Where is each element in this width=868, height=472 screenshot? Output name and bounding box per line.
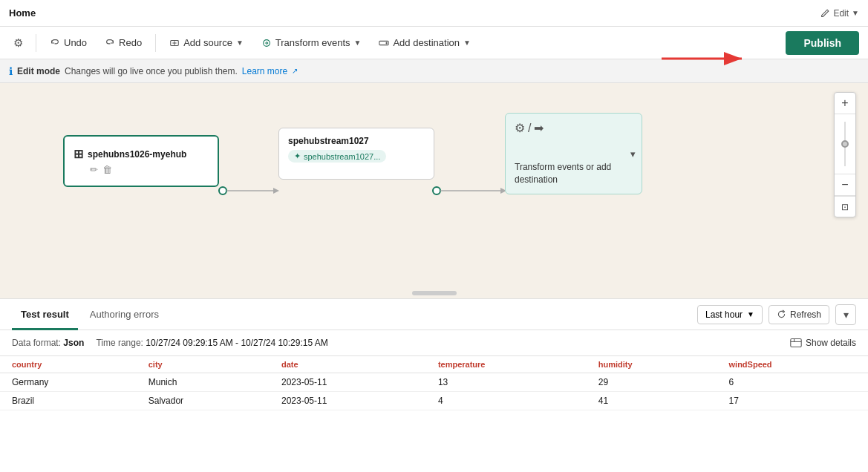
red-arrow-annotation: [654, 45, 758, 72]
data-table-container: country city date temperature humidity w…: [0, 355, 868, 410]
svg-point-9: [433, 187, 440, 194]
transform-chevron-icon: ▼: [354, 39, 362, 47]
zoom-out-button[interactable]: −: [835, 174, 855, 195]
data-info-left: Data format: Json Time range: 10/27/24 0…: [12, 338, 328, 348]
svg-point-6: [219, 187, 226, 194]
tab-authoring-errors[interactable]: Authoring errors: [81, 300, 168, 330]
source-node-name: spehubns1026-myehub: [88, 149, 186, 160]
destination-node[interactable]: ⚙ / ➡ Transform events or add destinatio…: [505, 113, 642, 194]
edit-mode-label: Edit mode: [17, 66, 60, 76]
table-cell: Munich: [137, 373, 270, 392]
tab-test-result[interactable]: Test result: [12, 300, 78, 330]
title-bar: Home Edit ▼: [0, 0, 868, 27]
toolbar-divider-1: [36, 34, 36, 52]
add-destination-button[interactable]: Add destination ▼: [371, 33, 478, 52]
table-cell: Brazil: [0, 392, 137, 410]
show-details-icon: [790, 338, 802, 348]
transform-events-button[interactable]: Transform events ▼: [254, 33, 369, 52]
source-node: ⊞ spehubns1026-myehub ✏ 🗑: [63, 135, 219, 187]
dest-node-text: Transform events or add destination: [515, 161, 633, 186]
add-destination-icon: [379, 38, 389, 48]
canvas: ⊞ spehubns1026-myehub ✏ 🗑 spehubstream10…: [0, 83, 868, 298]
edit-node-icon[interactable]: ✏: [90, 164, 98, 175]
data-format-value: Json: [63, 338, 84, 348]
show-details-button[interactable]: Show details: [790, 338, 856, 348]
col-windspeed: windSpeed: [717, 356, 868, 373]
col-temperature: temperature: [426, 356, 587, 373]
table-row: GermanyMunich2023-05-1113296: [0, 373, 868, 392]
col-city: city: [137, 356, 270, 373]
external-link-icon: ↗: [292, 67, 298, 75]
add-source-icon: [169, 38, 180, 48]
add-source-button[interactable]: Add source ▼: [162, 33, 251, 52]
settings-dest-icon: ⚙: [515, 121, 525, 135]
table-cell: 2023-05-11: [270, 373, 426, 392]
table-body: GermanyMunich2023-05-1113296BrazilSalvad…: [0, 373, 868, 410]
toolbar-divider-2: [155, 34, 156, 52]
stream-node: spehubstream1027 ✦ spehubstream1027...: [278, 128, 434, 180]
publish-button[interactable]: Publish: [786, 31, 859, 55]
source-node-header: ⊞ spehubns1026-myehub: [74, 147, 209, 161]
bottom-tabs-right: Last hour ▼ Refresh ▾: [697, 304, 856, 325]
table-cell: 6: [717, 373, 868, 392]
delete-node-icon[interactable]: 🗑: [102, 164, 112, 175]
refresh-icon: [777, 309, 786, 319]
page-title: Home: [9, 7, 36, 19]
refresh-button[interactable]: Refresh: [769, 305, 829, 324]
learn-more-link[interactable]: Learn more: [242, 66, 287, 76]
table-row: BrazilSalvador2023-05-1144117: [0, 392, 868, 410]
data-format-section: Data format: Json: [12, 338, 84, 348]
undo-button[interactable]: Undo: [42, 33, 94, 52]
data-info-row: Data format: Json Time range: 10/27/24 0…: [0, 330, 868, 355]
edit-label: Edit: [833, 8, 849, 19]
col-humidity: humidity: [587, 356, 717, 373]
title-bar-left: Home: [9, 7, 36, 19]
table-cell: 4: [426, 392, 587, 410]
stream-tag-icon: ✦: [294, 151, 301, 161]
source-node-actions: ✏ 🗑: [74, 164, 209, 175]
slash-separator: /: [528, 122, 531, 135]
expand-panel-button[interactable]: ▾: [835, 304, 856, 325]
zoom-in-button[interactable]: +: [835, 93, 855, 114]
add-source-chevron-icon: ▼: [236, 39, 244, 47]
hub-icon: ⊞: [74, 147, 83, 161]
table-cell: 13: [426, 373, 587, 392]
bottom-tabs: Test result Authoring errors Last hour ▼…: [0, 299, 868, 330]
settings-button[interactable]: ⚙: [6, 31, 30, 55]
stream-node-title: spehubstream1027: [288, 136, 425, 146]
canvas-connectors: [0, 83, 868, 298]
time-range-section: Time range: 10/27/24 09:29:15 AM - 10/27…: [96, 338, 327, 348]
bottom-panel: Test result Authoring errors Last hour ▼…: [0, 298, 868, 472]
table-cell: Salvador: [137, 392, 270, 410]
zoom-controls: + − ⊡: [834, 92, 856, 217]
bottom-tabs-left: Test result Authoring errors: [12, 299, 168, 330]
info-icon: ℹ: [9, 65, 13, 77]
toolbar: ⚙ Undo Redo Add source ▼ Transform event…: [0, 27, 868, 59]
table-cell: 41: [587, 392, 717, 410]
canvas-scrollbar[interactable]: [412, 291, 457, 295]
redo-button[interactable]: Redo: [97, 33, 149, 52]
arrow-dest-icon: ➡: [534, 121, 544, 135]
time-range-select[interactable]: Last hour ▼: [697, 305, 763, 324]
transform-icon: [261, 38, 272, 48]
info-message: Changes will go live once you publish th…: [65, 66, 238, 76]
col-date: date: [270, 356, 426, 373]
time-range-value: 10/27/24 09:29:15 AM - 10/27/24 10:29:15…: [146, 338, 328, 348]
time-select-chevron-icon: ▼: [747, 310, 754, 318]
svg-marker-8: [273, 188, 279, 194]
dest-chevron-icon[interactable]: ▾: [630, 148, 636, 160]
stream-tag: ✦ spehubstream1027...: [288, 150, 386, 163]
edit-link[interactable]: Edit ▼: [820, 8, 859, 19]
zoom-slider[interactable]: [844, 114, 846, 174]
add-destination-chevron-icon: ▼: [463, 39, 471, 47]
edit-icon: [820, 8, 830, 19]
zoom-fit-button[interactable]: ⊡: [835, 196, 855, 217]
redo-icon: [105, 38, 115, 48]
dest-node-icons: ⚙ / ➡: [515, 121, 633, 135]
stream-tag-text: spehubstream1027...: [304, 152, 380, 161]
edit-chevron-icon: ▼: [852, 9, 859, 17]
table-cell: 29: [587, 373, 717, 392]
table-cell: 17: [717, 392, 868, 410]
table-header-row: country city date temperature humidity w…: [0, 356, 868, 373]
col-country: country: [0, 356, 137, 373]
